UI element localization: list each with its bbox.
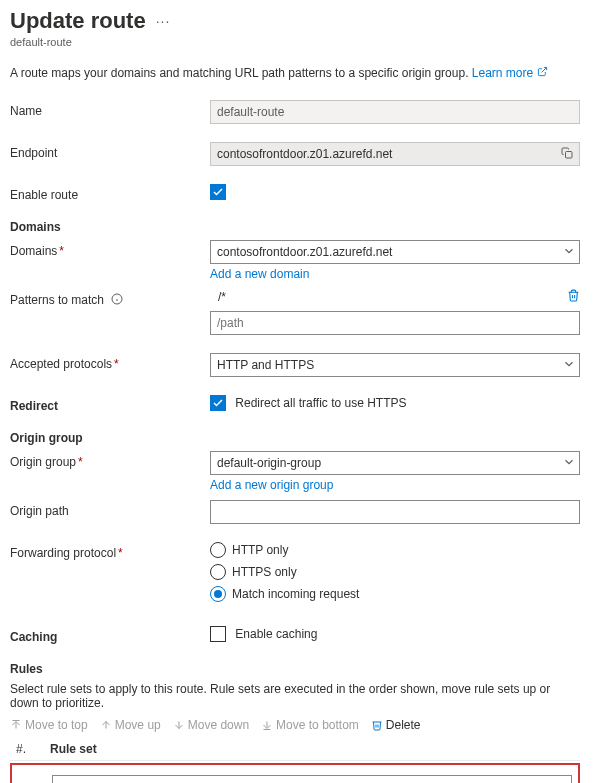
redirect-https-label: Redirect all traffic to use HTTPS: [235, 396, 406, 410]
name-label: Name: [10, 100, 210, 118]
enable-route-checkbox[interactable]: [210, 184, 226, 200]
endpoint-field: contosofrontdoor.z01.azurefd.net: [210, 142, 580, 166]
accepted-protocols-select[interactable]: HTTP and HTTPS: [210, 353, 580, 377]
forwarding-http-radio[interactable]: HTTP only: [210, 542, 580, 558]
origin-group-select[interactable]: default-origin-group: [210, 451, 580, 475]
endpoint-label: Endpoint: [10, 142, 210, 160]
page-title: Update route: [10, 8, 146, 34]
enable-caching-checkbox[interactable]: [210, 626, 226, 642]
delete-ruleset-button[interactable]: Delete: [371, 718, 421, 732]
origin-path-label: Origin path: [10, 500, 210, 518]
rules-toolbar: Move to top Move up Move down Move to bo…: [10, 718, 580, 732]
info-icon[interactable]: [111, 293, 123, 308]
origin-path-input[interactable]: [210, 500, 580, 524]
ruleset-grid-header: #. Rule set: [10, 738, 580, 761]
col-ruleset-header: Rule set: [50, 742, 580, 756]
origin-group-section-header: Origin group: [10, 431, 580, 445]
redirect-section-header: Redirect: [10, 395, 210, 413]
help-text: A route maps your domains and matching U…: [10, 66, 580, 80]
domains-select-value: contosofrontdoor.z01.azurefd.net: [217, 245, 392, 259]
move-up-button[interactable]: Move up: [100, 718, 161, 732]
forwarding-protocol-label: Forwarding protocol*: [10, 542, 210, 560]
forwarding-match-radio[interactable]: Match incoming request: [210, 586, 580, 602]
svg-rect-1: [566, 151, 573, 158]
page-subtitle: default-route: [10, 36, 580, 48]
ruleset-row-number: [18, 775, 52, 783]
pattern-input[interactable]: [210, 311, 580, 335]
ruleset-highlighted-area: myRuleSet: [10, 763, 580, 783]
move-bottom-button[interactable]: Move to bottom: [261, 718, 359, 732]
rules-description: Select rule sets to apply to this route.…: [10, 682, 580, 710]
accepted-protocols-label: Accepted protocols*: [10, 353, 210, 371]
forwarding-http-label: HTTP only: [232, 543, 288, 557]
learn-more-label: Learn more: [472, 66, 533, 80]
pattern-value-1: /*: [210, 290, 561, 304]
ruleset-row: [18, 771, 572, 783]
forwarding-https-radio[interactable]: HTTPS only: [210, 564, 580, 580]
forwarding-https-label: HTTPS only: [232, 565, 297, 579]
domains-section-header: Domains: [10, 220, 580, 234]
rules-section-header: Rules: [10, 662, 580, 676]
help-text-content: A route maps your domains and matching U…: [10, 66, 468, 80]
name-input: [210, 100, 580, 124]
add-origin-group-link[interactable]: Add a new origin group: [210, 478, 333, 492]
move-top-button[interactable]: Move to top: [10, 718, 88, 732]
delete-pattern-icon[interactable]: [567, 289, 580, 305]
domains-select[interactable]: contosofrontdoor.z01.azurefd.net: [210, 240, 580, 264]
enable-caching-label: Enable caching: [235, 627, 317, 641]
move-down-button[interactable]: Move down: [173, 718, 249, 732]
external-link-icon: [537, 66, 548, 80]
copy-icon[interactable]: [561, 147, 573, 162]
origin-group-label: Origin group*: [10, 451, 210, 469]
enable-route-label: Enable route: [10, 184, 210, 202]
more-icon[interactable]: ···: [156, 13, 171, 29]
endpoint-value: contosofrontdoor.z01.azurefd.net: [217, 147, 392, 161]
forwarding-match-label: Match incoming request: [232, 587, 359, 601]
svg-line-0: [541, 67, 546, 72]
domains-label: Domains*: [10, 240, 210, 258]
col-number-header: #.: [10, 742, 50, 756]
origin-group-value: default-origin-group: [217, 456, 321, 470]
redirect-https-checkbox[interactable]: [210, 395, 226, 411]
add-domain-link[interactable]: Add a new domain: [210, 267, 309, 281]
ruleset-select[interactable]: [52, 775, 572, 783]
accepted-protocols-value: HTTP and HTTPS: [217, 358, 314, 372]
caching-section-header: Caching: [10, 626, 210, 644]
learn-more-link[interactable]: Learn more: [472, 66, 548, 80]
patterns-label: Patterns to match: [10, 289, 210, 308]
